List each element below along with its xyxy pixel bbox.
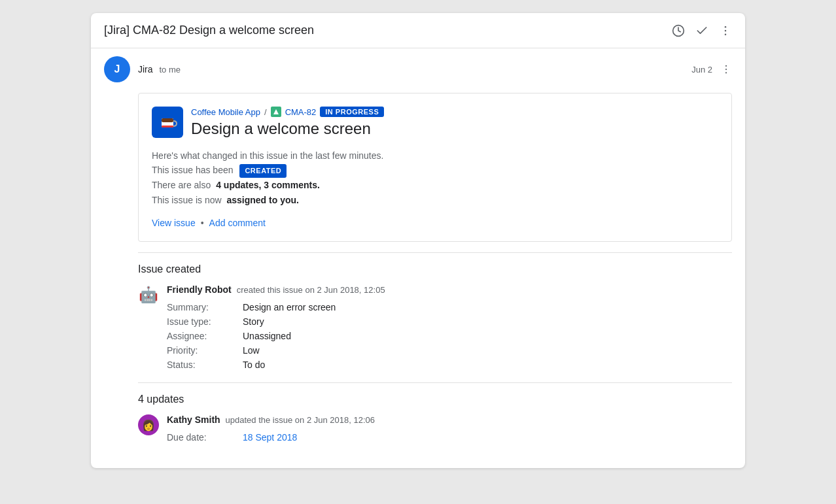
summary-line3-pre: There are also (152, 180, 211, 190)
detail-row: Summary:Design an error screen (167, 300, 732, 314)
detail-value: Unassigned (243, 331, 291, 341)
robot-avatar: 🤖 (138, 284, 159, 305)
issue-title: Design a welcome screen (191, 120, 384, 138)
issue-key[interactable]: CMA-82 (285, 107, 317, 117)
robot-author: Friendly Robot (167, 284, 232, 295)
svg-rect-9 (162, 126, 173, 127)
detail-value: Low (243, 345, 260, 356)
robot-emoji: 🤖 (139, 286, 158, 304)
add-comment-link[interactable]: Add comment (209, 218, 266, 228)
jira-issue-header: Coffee Mobile App / CMA-82 IN PROGRESS D… (152, 107, 718, 138)
issue-summary: Here's what changed in this issue in the… (152, 148, 718, 207)
link-dot: • (201, 218, 204, 228)
svg-point-1 (725, 25, 727, 27)
sender-details: Jira to me (138, 64, 181, 75)
svg-rect-8 (162, 118, 173, 122)
detail-row: Status:To do (167, 358, 732, 372)
detail-label: Assignee: (167, 331, 232, 341)
jira-project-icon (152, 107, 183, 138)
email-meta: J Jira to me Jun 2 (91, 48, 745, 88)
detail-label: Status: (167, 360, 232, 370)
detail-value[interactable]: 18 Sept 2018 (243, 432, 297, 443)
svg-point-3 (725, 33, 727, 35)
summary-line1: Here's what changed in this issue in the… (152, 148, 718, 163)
svg-point-2 (725, 29, 727, 31)
kathy-author: Kathy Smith (167, 414, 220, 425)
jira-issue-card: Coffee Mobile App / CMA-82 IN PROGRESS D… (138, 93, 732, 242)
summary-line2: This issue has been CREATED (152, 163, 718, 178)
clock-icon[interactable] (672, 24, 685, 37)
summary-line4-bold: assigned to you. (226, 195, 298, 205)
view-issue-link[interactable]: View issue (152, 218, 196, 228)
avatar-letter: J (114, 63, 120, 75)
email-header: [Jira] CMA-82 Design a welcome screen (91, 13, 745, 48)
summary-line4: This issue is now assigned to you. (152, 193, 718, 207)
detail-table-robot: Summary:Design an error screenIssue type… (167, 300, 732, 372)
updates-section: 4 updates 👩 Kathy Smith updated the issu… (138, 394, 732, 445)
kathy-action: updated the issue on 2 Jun 2018, 12:06 (226, 415, 375, 425)
issue-type-icon (271, 107, 281, 117)
more-vert-icon[interactable] (719, 24, 732, 37)
detail-value: Design an error screen (243, 302, 336, 312)
detail-row: Priority:Low (167, 343, 732, 358)
summary-line4-pre: This issue is now (152, 195, 222, 205)
issue-created-section: Issue created 🤖 Friendly Robot created t… (138, 263, 732, 372)
meta-right: Jun 2 (691, 63, 732, 75)
breadcrumb-separator: / (264, 107, 267, 117)
email-body: Coffee Mobile App / CMA-82 IN PROGRESS D… (91, 88, 745, 468)
svg-point-5 (725, 69, 727, 70)
svg-point-6 (725, 72, 727, 73)
status-badge: IN PROGRESS (320, 107, 384, 117)
detail-row: Due date:18 Sept 2018 (167, 430, 732, 445)
email-subject: [Jira] CMA-82 Design a welcome screen (104, 24, 314, 37)
detail-value: To do (243, 360, 265, 370)
detail-label: Issue type: (167, 316, 232, 327)
detail-label: Due date: (167, 432, 232, 443)
section-title-updates: 4 updates (138, 394, 732, 405)
more-vert-icon-2[interactable] (720, 63, 732, 75)
activity-item-robot: 🤖 Friendly Robot created this issue on 2… (138, 284, 732, 372)
issue-links: View issue • Add comment (152, 218, 718, 228)
sender-info: J Jira to me (104, 56, 181, 82)
detail-label: Summary: (167, 302, 232, 312)
summary-line2-pre: This issue has been (152, 165, 234, 175)
section-title-created: Issue created (138, 263, 732, 275)
detail-table-kathy: Due date:18 Sept 2018 (167, 430, 732, 445)
svg-point-4 (725, 65, 727, 67)
detail-row: Assignee:Unassigned (167, 329, 732, 343)
detail-label: Priority: (167, 345, 232, 356)
email-card: [Jira] CMA-82 Design a welcome screen (91, 13, 745, 468)
summary-line3: There are also 4 updates, 3 comments. (152, 178, 718, 192)
kathy-avatar: 👩 (138, 414, 159, 435)
robot-action: created this issue on 2 Jun 2018, 12:05 (237, 285, 385, 295)
sender-avatar: J (104, 56, 130, 82)
jira-breadcrumb-area: Coffee Mobile App / CMA-82 IN PROGRESS D… (191, 107, 384, 138)
activity-item-kathy: 👩 Kathy Smith updated the issue on 2 Jun… (138, 414, 732, 445)
kathy-author-line: Kathy Smith updated the issue on 2 Jun 2… (167, 414, 732, 425)
check-icon[interactable] (695, 24, 708, 37)
header-actions (672, 24, 732, 37)
divider-1 (138, 252, 732, 253)
email-date: Jun 2 (691, 65, 712, 75)
activity-author-line: Friendly Robot created this issue on 2 J… (167, 284, 732, 295)
sender-to: to me (159, 65, 181, 75)
project-name[interactable]: Coffee Mobile App (191, 107, 260, 117)
svg-marker-10 (273, 109, 279, 114)
jira-breadcrumb: Coffee Mobile App / CMA-82 IN PROGRESS (191, 107, 384, 117)
detail-value: Story (243, 316, 264, 327)
activity-content-robot: Friendly Robot created this issue on 2 J… (167, 284, 732, 372)
detail-row: Issue type:Story (167, 314, 732, 329)
created-badge: CREATED (239, 164, 287, 178)
summary-line3-bold: 4 updates, 3 comments. (216, 180, 320, 190)
activity-content-kathy: Kathy Smith updated the issue on 2 Jun 2… (167, 414, 732, 445)
sender-name: Jira (138, 64, 153, 75)
divider-2 (138, 382, 732, 383)
